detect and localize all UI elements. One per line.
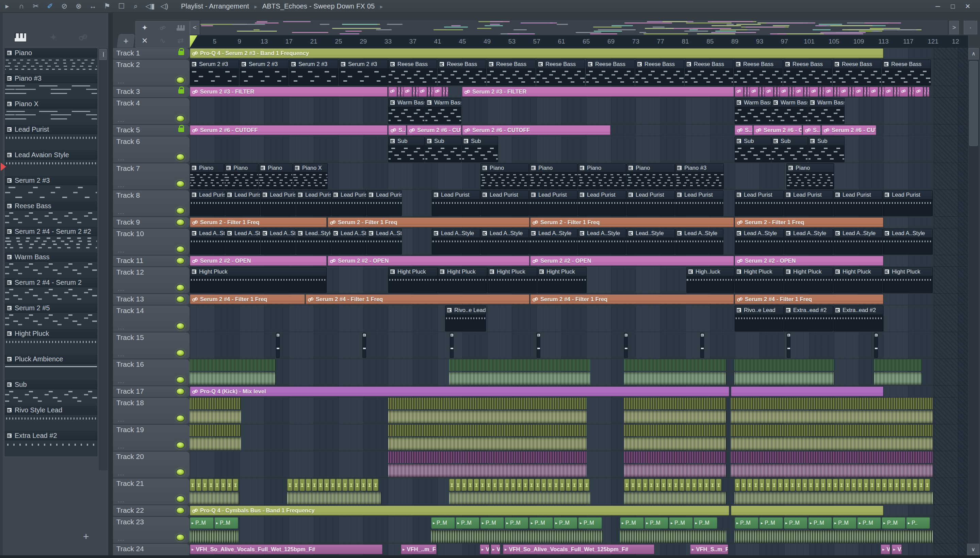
audio-chip-clip[interactable] (324, 479, 329, 491)
audio-chip-clip[interactable] (802, 479, 808, 491)
pattern-clip[interactable]: Extra..ead #2 (784, 305, 833, 332)
track-header[interactable]: Track 14... (113, 305, 190, 332)
track-menu-dots[interactable]: ... (118, 247, 125, 254)
audio-chip-clip[interactable] (355, 479, 360, 491)
playhead-marker[interactable] (190, 35, 197, 48)
track-menu-dots[interactable]: ... (118, 497, 125, 504)
pattern-item[interactable]: Serum 2 #5 (5, 304, 97, 329)
mini-pattern-clip[interactable] (276, 333, 280, 358)
automation-cell[interactable] (912, 87, 914, 97)
pattern-item[interactable]: Lead Avaion Style (5, 150, 97, 176)
pattern-item[interactable]: Reese Bass (5, 202, 97, 226)
audio-chip-clip[interactable]: ▸P..M (431, 517, 455, 529)
audio-clip[interactable] (731, 451, 933, 478)
audio-chip-clip[interactable] (827, 479, 832, 491)
track-menu-dots[interactable]: ... (118, 443, 125, 450)
track-lane[interactable] (190, 478, 968, 505)
automation-cell[interactable] (418, 87, 427, 97)
audio-chip-clip[interactable] (906, 479, 912, 491)
audio-chip-clip[interactable] (584, 479, 589, 491)
audio-chip-clip[interactable]: ▸P..M (882, 517, 906, 529)
automation-cell[interactable] (897, 87, 900, 97)
track-lane[interactable] (190, 451, 968, 478)
pattern-clip[interactable]: Lead Purist (627, 190, 675, 216)
automation-clip[interactable]: Serum 2 #3 - FILTER (462, 87, 734, 97)
automation-clip[interactable]: Serum 2 #2 - OPEN (190, 256, 327, 266)
automation-clip[interactable]: Pro-Q 4 (Kick) - Mix level (190, 387, 729, 396)
track-lane[interactable]: Warm BassWarm BassWarm BassWarm BassWarm… (190, 98, 968, 125)
automation-cell[interactable] (416, 87, 418, 97)
audio-chip-clip[interactable] (655, 479, 660, 491)
track-header[interactable]: Track 1 (113, 48, 190, 59)
vocal-audio-clip[interactable]: ▸V.. (491, 544, 500, 554)
track-lane[interactable]: Serum 2 #3Serum 2 #3Serum 2 #3Serum 2 #3… (190, 59, 968, 86)
track-menu-dots[interactable]: ... (118, 78, 125, 85)
audio-chip-clip[interactable] (318, 479, 323, 491)
pattern-clip[interactable]: Lead Purist (225, 190, 260, 216)
audio-chip-clip[interactable] (336, 479, 341, 491)
track-menu-dots[interactable]: ... (118, 117, 125, 123)
scroll-right-button[interactable]: > (949, 21, 959, 34)
audio-chip-clip[interactable]: ▸P..M (554, 517, 578, 529)
automation-cell[interactable] (807, 87, 809, 97)
audio-chip-clip[interactable] (691, 479, 697, 491)
audio-chip-clip[interactable] (912, 479, 918, 491)
pattern-item[interactable]: Sub (5, 380, 97, 405)
audio-chip-clip[interactable] (312, 479, 317, 491)
audio-chip-clip[interactable]: ▸P..M (784, 517, 808, 529)
pattern-clip[interactable]: Serum 2 #3 (289, 59, 338, 85)
audio-chip-clip[interactable] (796, 479, 801, 491)
pattern-clip[interactable]: Lead A..Style (225, 229, 260, 254)
audio-chip-clip[interactable] (361, 479, 366, 491)
automation-tab-link-icon[interactable] (79, 34, 87, 41)
audio-chip-clip[interactable] (330, 479, 335, 491)
audio-chip-clip[interactable]: ▸P..M (735, 517, 758, 529)
audio-tab-wave-icon[interactable]: ✦ (50, 32, 57, 43)
track-led[interactable] (176, 257, 185, 264)
select-tool-icon[interactable]: ☐ (114, 2, 129, 10)
track-header[interactable]: Track 17 (113, 386, 190, 397)
track-lane[interactable]: Lead PuristLead PuristLead PuristLead Pu… (190, 190, 968, 217)
pattern-clip[interactable]: Reese Bass (734, 59, 783, 85)
automation-cell[interactable] (869, 87, 878, 97)
audition-icon[interactable]: ◁) (157, 2, 171, 10)
pattern-clip[interactable]: Lead Purist (833, 190, 882, 216)
mini-pattern-clip[interactable] (363, 333, 366, 358)
automation-clip[interactable]: S..FF (803, 125, 821, 135)
pattern-item[interactable]: Piano #3 (5, 74, 97, 99)
audio-chip-clip[interactable] (735, 479, 740, 491)
track-led[interactable] (176, 323, 185, 330)
pattern-clip[interactable]: Lead Purist (481, 190, 529, 216)
preview-tool-icon[interactable]: ◁▮ (143, 2, 157, 10)
audio-clip[interactable] (731, 425, 933, 450)
automation-cell[interactable] (431, 87, 433, 97)
automation-cell[interactable] (762, 87, 765, 97)
audio-chip-clip[interactable] (636, 479, 642, 491)
audio-chip-clip[interactable] (753, 479, 758, 491)
mini-pattern-clip[interactable] (700, 333, 704, 358)
pattern-clip[interactable]: Warm Bass (808, 98, 845, 124)
automation-cell[interactable] (804, 87, 806, 97)
pattern-clip[interactable]: Warm Bass (772, 98, 808, 124)
automation-clip[interactable]: Serum 2 #4 - Filter 1 Freq (735, 294, 883, 304)
audio-chip-clip[interactable] (845, 479, 850, 491)
pattern-clip[interactable]: Reese Bass (487, 59, 535, 85)
link-icon[interactable] (160, 26, 165, 30)
audio-clip[interactable] (388, 451, 586, 478)
audio-chip-clip[interactable] (511, 479, 516, 491)
track-lane[interactable]: Lead A..StyleLead A..StyleLead A..StyleL… (190, 229, 968, 255)
track-lane[interactable] (190, 398, 968, 424)
automation-clip[interactable]: Serum 2 - Filter 1 Freq (190, 217, 327, 227)
audio-chip-clip[interactable] (661, 479, 666, 491)
pattern-item[interactable]: Hight Pluck (5, 329, 97, 354)
lock-icon[interactable] (178, 51, 184, 55)
pattern-clip[interactable]: Lead..Style (627, 229, 675, 254)
pattern-clip[interactable]: Sub (808, 136, 845, 162)
audio-clip[interactable] (624, 425, 726, 450)
pattern-name-bar[interactable]: Hight Pluck (5, 329, 97, 338)
track-menu-dots[interactable]: ... (118, 286, 125, 293)
pattern-clip[interactable]: Hight Pluck (784, 267, 833, 293)
picker-scrollbar-handle[interactable] (99, 49, 107, 60)
audio-clip[interactable] (388, 425, 586, 450)
pattern-clip[interactable]: Lead..Style (296, 229, 331, 254)
